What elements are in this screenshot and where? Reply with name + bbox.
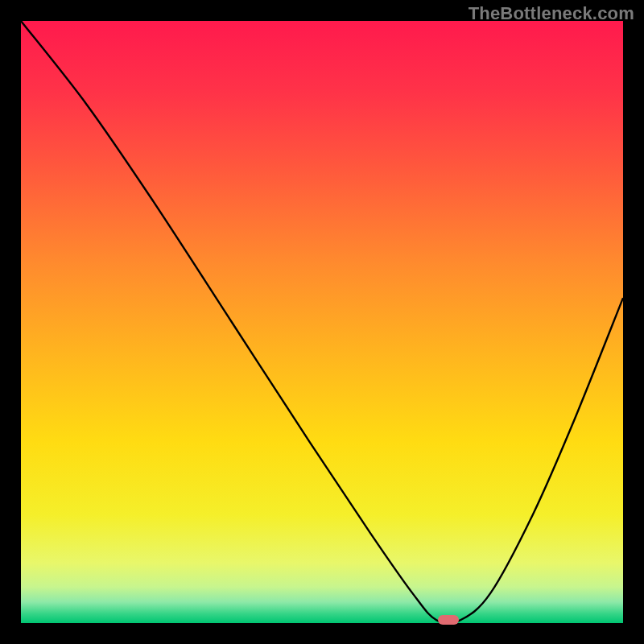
bottleneck-curve bbox=[21, 21, 623, 623]
plot-area bbox=[21, 21, 623, 623]
optimal-point-marker bbox=[438, 615, 459, 625]
